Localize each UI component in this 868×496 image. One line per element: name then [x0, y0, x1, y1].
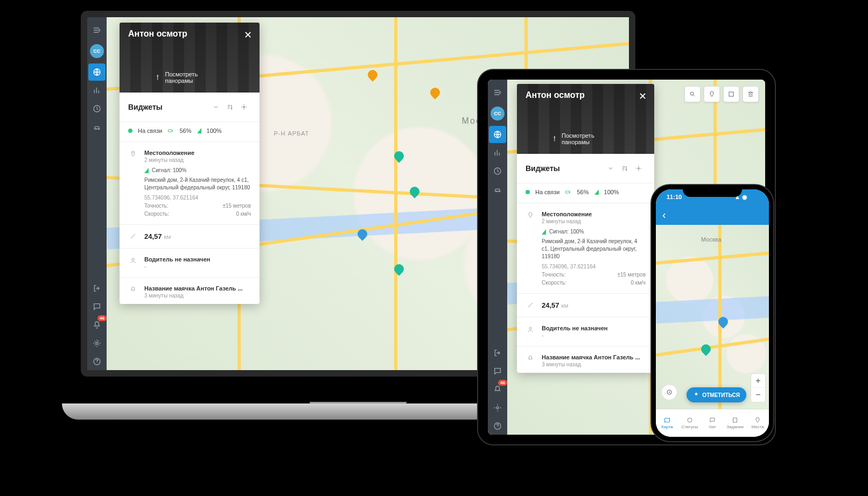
nav-exit-button[interactable]: [88, 280, 106, 297]
map-bounds-button[interactable]: [723, 86, 739, 102]
menu-toggle-button[interactable]: [88, 22, 106, 39]
svg-rect-22: [733, 418, 737, 422]
panorama-label: Посмотреть панорамы: [562, 132, 620, 145]
nav-vehicles-button[interactable]: [88, 118, 106, 136]
beacon-label: Название маячка Антон Газель ...: [542, 354, 646, 360]
nav-notifications-button[interactable]: 46: [489, 381, 506, 398]
svg-point-2: [96, 342, 98, 344]
bell-icon: [128, 285, 138, 299]
phone-tab-map[interactable]: Карта: [656, 409, 678, 437]
panorama-button[interactable]: Посмотреть панорамы: [155, 71, 225, 84]
online-indicator-icon: [526, 190, 530, 194]
accuracy-value: ±15 метров: [617, 272, 646, 278]
nav-globe-button[interactable]: [489, 126, 506, 143]
phone-zoom-in-button[interactable]: +: [751, 374, 765, 388]
map-pin-button[interactable]: [704, 86, 720, 102]
battery-icon: [565, 189, 571, 195]
svg-rect-17: [570, 192, 570, 193]
phone-topbar: ‹: [656, 204, 769, 225]
svg-point-13: [690, 92, 694, 95]
user-avatar[interactable]: CC: [90, 44, 104, 58]
distance-unit: КМ: [562, 303, 569, 309]
notifications-badge: 46: [97, 315, 107, 321]
panorama-label: Посмотреть панорамы: [165, 71, 225, 84]
widgets-settings-button[interactable]: [632, 161, 646, 175]
notifications-badge: 46: [498, 380, 507, 386]
location-address: Римский дом, 2-й Казачий переулок, 4 с1,…: [542, 238, 646, 260]
widgets-chevron-button[interactable]: [209, 100, 223, 114]
panel-close-button[interactable]: ✕: [639, 90, 647, 102]
bell-icon: [526, 354, 535, 367]
map-layers-button[interactable]: [743, 86, 759, 102]
driver-label: Водитель не назначен: [542, 325, 646, 331]
phone-tab-tasks[interactable]: Задания: [724, 409, 746, 437]
signal-icon: [594, 189, 599, 195]
nav-reports-button[interactable]: [88, 82, 106, 99]
battery-value: 56%: [577, 189, 589, 195]
nav-settings-button[interactable]: [88, 335, 106, 352]
nav-history-button[interactable]: [489, 162, 506, 180]
nav-notifications-button[interactable]: 46: [88, 316, 106, 334]
person-icon: [128, 256, 138, 270]
svg-rect-5: [169, 130, 172, 132]
speed-label: Скорость:: [542, 280, 566, 286]
phone-device: 11:10 ▲ ◉ ‹ Москва ОТМЕТИТЬСЯ: [650, 184, 774, 442]
phone-map-city: Москва: [701, 236, 722, 243]
distance-row: 24,57КМ: [120, 227, 260, 246]
phone-checkin-button[interactable]: ОТМЕТИТЬСЯ: [687, 387, 746, 402]
beacon-time: 3 минуты назад: [542, 362, 646, 367]
nav-history-button[interactable]: [88, 100, 106, 117]
nav-globe-button[interactable]: [88, 63, 106, 81]
tracker-panel: Антон осмотр ✕ Посмотреть панорамы Видже…: [517, 84, 654, 373]
nav-reports-button[interactable]: [489, 144, 506, 161]
accuracy-label: Точность:: [144, 203, 169, 209]
svg-point-4: [243, 107, 245, 108]
tracker-panel: Антон осмотр ✕ Посмотреть панорамы Видже…: [120, 23, 260, 304]
phone-checkin-label: ОТМЕТИТЬСЯ: [702, 392, 740, 398]
nav-chat-button[interactable]: [88, 298, 106, 315]
nav-exit-button[interactable]: [489, 344, 506, 362]
user-avatar[interactable]: CC: [491, 107, 505, 121]
nav-help-button[interactable]: [88, 353, 106, 370]
nav-chat-button[interactable]: [489, 363, 506, 380]
location-coords: 55.734096, 37.621164: [542, 264, 646, 270]
widgets-settings-button[interactable]: [237, 100, 251, 114]
distance-value: 24,57: [542, 301, 559, 309]
nav-help-button[interactable]: [489, 417, 506, 435]
panorama-button[interactable]: Посмотреть панорамы: [551, 132, 620, 145]
signal-icon: [542, 229, 546, 235]
panel-header: Антон осмотр ✕ Посмотреть панорамы: [517, 84, 654, 154]
svg-point-15: [638, 168, 640, 169]
phone-tab-places[interactable]: Места: [746, 409, 769, 437]
widgets-sort-button[interactable]: [223, 100, 237, 114]
status-row: На связи 56% 100%: [120, 122, 260, 139]
phone-tab-label: Чат: [709, 424, 716, 429]
phone-back-button[interactable]: ‹: [662, 209, 666, 221]
accuracy-value: ±15 метров: [222, 203, 251, 209]
phone-map[interactable]: Москва ОТМЕТИТЬСЯ + −: [656, 225, 769, 409]
phone-tab-statuses[interactable]: Статусы: [678, 409, 701, 437]
phone-tab-chat[interactable]: Чат: [701, 409, 724, 437]
map-tools: [684, 86, 759, 102]
panel-title: Антон осмотр: [526, 90, 646, 100]
widgets-sort-button[interactable]: [618, 161, 632, 175]
location-row: Местоположение 2 минуты назад Сигнал: 10…: [120, 144, 260, 222]
phone-locate-button[interactable]: [661, 384, 677, 400]
phone-zoom-out-button[interactable]: −: [751, 388, 765, 402]
svg-rect-16: [566, 191, 570, 193]
nav-settings-button[interactable]: [489, 399, 506, 416]
phone-zoom: + −: [751, 373, 766, 402]
panel-close-button[interactable]: ✕: [244, 29, 252, 41]
nav-vehicles-button[interactable]: [489, 181, 506, 198]
location-signal: Сигнал: 100%: [549, 229, 584, 235]
menu-toggle-button[interactable]: [489, 84, 506, 101]
pin-icon: [526, 211, 535, 286]
beacon-time: 3 минуты назад: [144, 293, 251, 299]
location-signal: Сигнал: 100%: [152, 167, 187, 173]
widgets-chevron-button[interactable]: [604, 161, 618, 175]
location-label: Местоположение: [542, 211, 646, 217]
location-address: Римский дом, 2-й Казачий переулок, 4 с1,…: [144, 176, 251, 192]
sidebar: CC 46: [488, 80, 507, 435]
map-search-button[interactable]: [684, 86, 701, 102]
driver-sub: -: [542, 332, 646, 338]
